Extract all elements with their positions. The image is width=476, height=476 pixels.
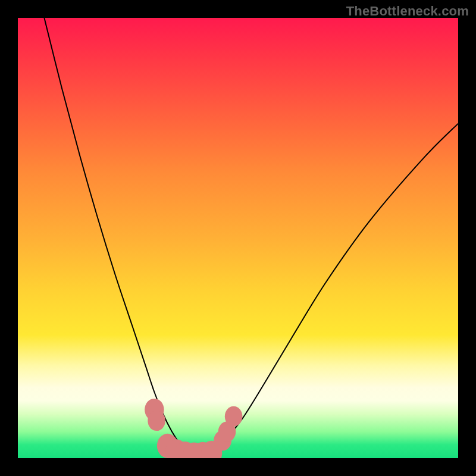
chart-svg bbox=[18, 18, 458, 458]
attribution-watermark: TheBottleneck.com bbox=[346, 4, 469, 19]
curve-left-curve bbox=[44, 18, 189, 454]
marker-point bbox=[225, 406, 243, 427]
marker-point bbox=[148, 411, 165, 431]
plot-area bbox=[18, 18, 458, 458]
chart-frame: TheBottleneck.com bbox=[0, 0, 476, 476]
curve-right-curve bbox=[212, 124, 458, 454]
